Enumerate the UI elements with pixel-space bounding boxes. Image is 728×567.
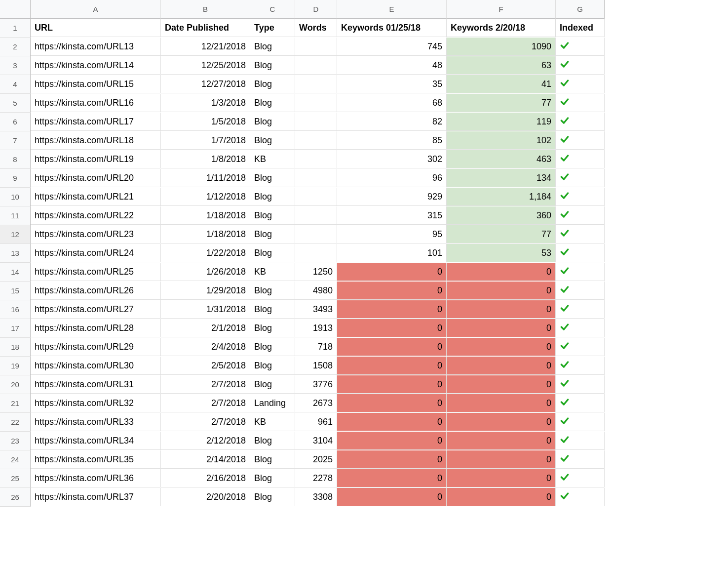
header-cell-type[interactable]: Type [250, 19, 295, 37]
cell-kw2[interactable]: 53 [447, 244, 556, 262]
cell-kw1[interactable]: 0 [337, 263, 447, 281]
cell-kw1[interactable]: 0 [337, 375, 447, 394]
cell-kw1[interactable]: 101 [337, 244, 447, 262]
cell-indexed[interactable] [556, 375, 605, 394]
cell-kw2[interactable]: 1,184 [447, 188, 556, 206]
cell-kw1[interactable]: 96 [337, 169, 447, 187]
row-header-11[interactable]: 11 [0, 206, 31, 225]
cell-indexed[interactable] [556, 206, 605, 225]
cell-words[interactable] [295, 188, 337, 206]
cell-words[interactable] [295, 94, 337, 112]
corner-cell[interactable] [0, 0, 31, 19]
cell-words[interactable]: 2673 [295, 394, 337, 412]
cell-type[interactable]: Blog [250, 319, 295, 337]
cell-type[interactable]: Landing [250, 394, 295, 412]
cell-kw1[interactable]: 85 [337, 131, 447, 150]
cell-date[interactable]: 1/31/2018 [161, 300, 250, 319]
cell-kw2[interactable]: 0 [447, 450, 556, 469]
cell-url[interactable]: https://kinsta.com/URL31 [31, 375, 161, 394]
header-cell-kw1[interactable]: Keywords 01/25/18 [337, 19, 447, 37]
cell-kw2[interactable]: 0 [447, 282, 556, 300]
cell-kw2[interactable]: 0 [447, 338, 556, 356]
cell-kw2[interactable]: 41 [447, 75, 556, 93]
cell-url[interactable]: https://kinsta.com/URL25 [31, 263, 161, 281]
cell-date[interactable]: 2/16/2018 [161, 469, 250, 487]
cell-date[interactable]: 1/22/2018 [161, 244, 250, 262]
cell-type[interactable]: Blog [250, 38, 295, 56]
header-cell-date[interactable]: Date Published [161, 19, 250, 37]
cell-url[interactable]: https://kinsta.com/URL30 [31, 357, 161, 375]
row-header-10[interactable]: 10 [0, 188, 31, 206]
row-header-5[interactable]: 5 [0, 94, 31, 113]
cell-type[interactable]: Blog [250, 131, 295, 150]
cell-kw1[interactable]: 315 [337, 206, 447, 225]
cell-kw2[interactable]: 0 [447, 300, 556, 319]
row-header-24[interactable]: 24 [0, 450, 31, 469]
column-header-E[interactable]: E [337, 0, 447, 19]
cell-date[interactable]: 2/7/2018 [161, 375, 250, 394]
cell-kw1[interactable]: 0 [337, 394, 447, 412]
cell-type[interactable]: Blog [250, 225, 295, 243]
cell-words[interactable] [295, 244, 337, 262]
cell-kw1[interactable]: 0 [337, 488, 447, 506]
cell-kw1[interactable]: 0 [337, 300, 447, 319]
cell-kw1[interactable]: 0 [337, 469, 447, 487]
cell-type[interactable]: Blog [250, 469, 295, 487]
cell-indexed[interactable] [556, 75, 605, 93]
cell-kw1[interactable]: 68 [337, 94, 447, 112]
cell-url[interactable]: https://kinsta.com/URL22 [31, 206, 161, 225]
cell-url[interactable]: https://kinsta.com/URL27 [31, 300, 161, 319]
cell-words[interactable]: 718 [295, 338, 337, 356]
cell-words[interactable] [295, 206, 337, 225]
cell-url[interactable]: https://kinsta.com/URL37 [31, 488, 161, 506]
cell-indexed[interactable] [556, 282, 605, 300]
row-header-12[interactable]: 12 [0, 225, 31, 244]
column-header-A[interactable]: A [31, 0, 161, 19]
cell-indexed[interactable] [556, 131, 605, 150]
cell-indexed[interactable] [556, 188, 605, 206]
cell-words[interactable]: 1913 [295, 319, 337, 337]
cell-kw2[interactable]: 0 [447, 469, 556, 487]
cell-url[interactable]: https://kinsta.com/URL26 [31, 282, 161, 300]
cell-url[interactable]: https://kinsta.com/URL21 [31, 188, 161, 206]
row-header-6[interactable]: 6 [0, 113, 31, 131]
cell-type[interactable]: Blog [250, 338, 295, 356]
row-header-26[interactable]: 26 [0, 488, 31, 507]
cell-type[interactable]: Blog [250, 56, 295, 75]
column-header-G[interactable]: G [556, 0, 605, 19]
cell-url[interactable]: https://kinsta.com/URL17 [31, 113, 161, 131]
cell-kw2[interactable]: 1090 [447, 38, 556, 56]
cell-kw2[interactable]: 0 [447, 394, 556, 412]
cell-date[interactable]: 2/7/2018 [161, 394, 250, 412]
header-cell-kw2[interactable]: Keywords 2/20/18 [447, 19, 556, 37]
cell-indexed[interactable] [556, 169, 605, 187]
column-header-B[interactable]: B [161, 0, 250, 19]
cell-words[interactable]: 1250 [295, 263, 337, 281]
cell-type[interactable]: Blog [250, 300, 295, 319]
cell-words[interactable] [295, 75, 337, 93]
cell-url[interactable]: https://kinsta.com/URL29 [31, 338, 161, 356]
cell-indexed[interactable] [556, 225, 605, 243]
cell-kw2[interactable]: 360 [447, 206, 556, 225]
cell-kw1[interactable]: 0 [337, 319, 447, 337]
cell-words[interactable]: 2278 [295, 469, 337, 487]
cell-indexed[interactable] [556, 150, 605, 168]
cell-words[interactable]: 3776 [295, 375, 337, 394]
cell-url[interactable]: https://kinsta.com/URL18 [31, 131, 161, 150]
cell-type[interactable]: Blog [250, 450, 295, 469]
cell-indexed[interactable] [556, 432, 605, 450]
cell-date[interactable]: 2/4/2018 [161, 338, 250, 356]
header-cell-url[interactable]: URL [31, 19, 161, 37]
column-header-D[interactable]: D [295, 0, 337, 19]
cell-kw1[interactable]: 0 [337, 413, 447, 431]
cell-words[interactable] [295, 150, 337, 168]
cell-kw1[interactable]: 0 [337, 357, 447, 375]
cell-kw1[interactable]: 95 [337, 225, 447, 243]
cell-date[interactable]: 2/7/2018 [161, 413, 250, 431]
cell-kw1[interactable]: 302 [337, 150, 447, 168]
cell-kw2[interactable]: 77 [447, 94, 556, 112]
cell-date[interactable]: 1/3/2018 [161, 94, 250, 112]
row-header-16[interactable]: 16 [0, 300, 31, 319]
cell-type[interactable]: Blog [250, 113, 295, 131]
row-header-22[interactable]: 22 [0, 413, 31, 432]
